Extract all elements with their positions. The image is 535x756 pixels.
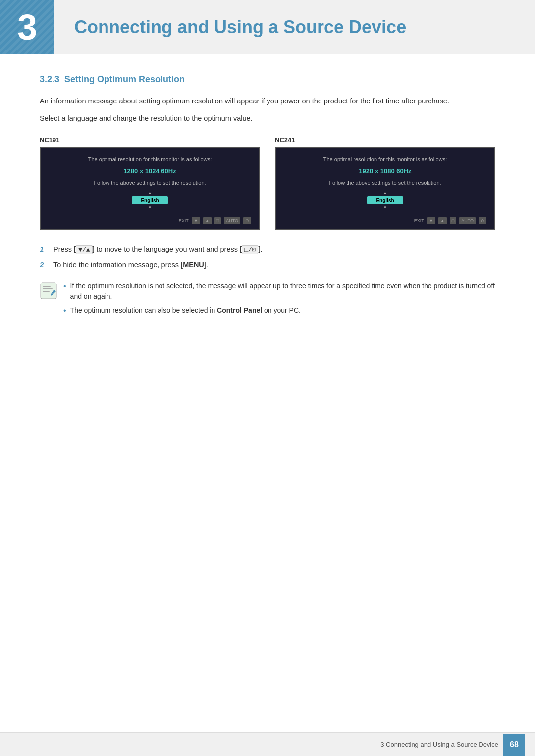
note-content: • If the optimum resolution is not selec… xyxy=(63,281,495,320)
svg-rect-3 xyxy=(43,291,50,292)
nc191-up-btn: ▲ xyxy=(203,217,212,224)
note-block: • If the optimum resolution is not selec… xyxy=(40,281,495,320)
nc191-down-btn: ▼ xyxy=(192,217,200,224)
key-down-up: ▼/▲ xyxy=(76,245,92,254)
note-bullet-2: • The optimum resolution can also be sel… xyxy=(63,305,495,316)
nc191-follow-text: Follow the above settings to set the res… xyxy=(49,180,251,186)
nc191-exit-label: EXIT xyxy=(179,218,189,223)
nc191-power-btn: ⊙ xyxy=(243,217,251,224)
footer-text: 3 Connecting and Using a Source Device xyxy=(380,741,498,748)
step-2-number: 2 xyxy=(40,260,54,269)
nc241-power-btn: ⊙ xyxy=(479,217,486,224)
nc241-resolution: 1920 x 1080 60Hz xyxy=(284,167,486,175)
monitor-nc241: NC241 The optimal resolution for this mo… xyxy=(275,136,495,230)
intro-paragraph-2: Select a language and change the resolut… xyxy=(40,113,495,124)
chapter-title: Connecting and Using a Source Device xyxy=(54,17,406,38)
step-1-text: Press [▼/▲] to move to the language you … xyxy=(54,244,263,255)
nc241-up-btn: ▲ xyxy=(438,217,447,224)
step-1: 1 Press [▼/▲] to move to the language yo… xyxy=(40,244,495,255)
nc191-arrow-up: ▲ xyxy=(148,191,152,195)
monitor-nc191-screen: The optimal resolution for this monitor … xyxy=(40,147,260,230)
step-2: 2 To hide the information message, press… xyxy=(40,260,495,271)
step-2-text: To hide the information message, press [… xyxy=(54,260,208,271)
nc191-lang-btn: English xyxy=(132,196,167,204)
nc191-lang-selector: ▲ English ▼ xyxy=(49,191,251,210)
nc241-exit-label: EXIT xyxy=(414,218,424,223)
nc241-top-text: The optimal resolution for this monitor … xyxy=(284,156,486,162)
nc191-top-text: The optimal resolution for this monitor … xyxy=(49,156,251,162)
nc191-resolution: 1280 x 1024 60Hz xyxy=(49,167,251,175)
nc241-bottom-bar: EXIT ▼ ▲ □ AUTO ⊙ xyxy=(284,214,486,224)
section-number: 3.2.3 xyxy=(40,74,59,84)
nc241-down-btn: ▼ xyxy=(427,217,435,224)
note-bullet-text-1: If the optimum resolution is not selecte… xyxy=(70,281,495,302)
nc241-follow-text: Follow the above settings to set the res… xyxy=(284,180,486,186)
nc241-arrow-down: ▼ xyxy=(383,205,387,210)
monitor-nc191: NC191 The optimal resolution for this mo… xyxy=(40,136,260,230)
chapter-number: 3 xyxy=(17,9,37,45)
footer-page-number: 68 xyxy=(503,734,525,756)
nc241-arrow-up: ▲ xyxy=(383,191,387,195)
nc191-bottom-bar: EXIT ▼ ▲ □ AUTO ⊙ xyxy=(49,214,251,224)
step-1-number: 1 xyxy=(40,245,54,253)
svg-rect-1 xyxy=(43,286,51,287)
nc241-select-btn: □ xyxy=(450,217,456,224)
monitor-nc241-screen: The optimal resolution for this monitor … xyxy=(275,147,495,230)
note-bullet-dot-2: • xyxy=(63,305,66,316)
svg-rect-2 xyxy=(43,288,53,289)
note-bullet-1: • If the optimum resolution is not selec… xyxy=(63,281,495,302)
note-icon xyxy=(40,282,57,300)
nc191-auto-btn: AUTO xyxy=(224,217,240,224)
monitor-nc191-label: NC191 xyxy=(40,136,260,144)
nc191-select-btn: □ xyxy=(214,217,221,224)
note-bullet-text-2: The optimum resolution can also be selec… xyxy=(70,305,301,316)
control-panel-bold: Control Panel xyxy=(217,306,262,314)
menu-key: MENU xyxy=(183,261,204,269)
page-header: 3 Connecting and Using a Source Device xyxy=(0,0,535,54)
page-content: 3.2.3 Setting Optimum Resolution An info… xyxy=(0,54,535,357)
note-bullet-dot-1: • xyxy=(63,281,66,292)
nc241-lang-btn: English xyxy=(367,196,403,204)
intro-paragraph-1: An information message about setting opt… xyxy=(40,96,495,107)
nc241-auto-btn: AUTO xyxy=(459,217,476,224)
page-footer: 3 Connecting and Using a Source Device 6… xyxy=(0,732,535,756)
steps-area: 1 Press [▼/▲] to move to the language yo… xyxy=(40,244,495,271)
key-select: □/⊡ xyxy=(242,245,258,254)
section-title: Setting Optimum Resolution xyxy=(64,74,185,84)
chapter-number-block: 3 xyxy=(0,0,54,54)
section-heading: 3.2.3 Setting Optimum Resolution xyxy=(40,74,495,87)
nc191-arrow-down: ▼ xyxy=(148,205,152,210)
nc241-lang-selector: ▲ English ▼ xyxy=(284,191,486,210)
monitor-nc241-label: NC241 xyxy=(275,136,495,144)
monitors-area: NC191 The optimal resolution for this mo… xyxy=(40,136,495,230)
